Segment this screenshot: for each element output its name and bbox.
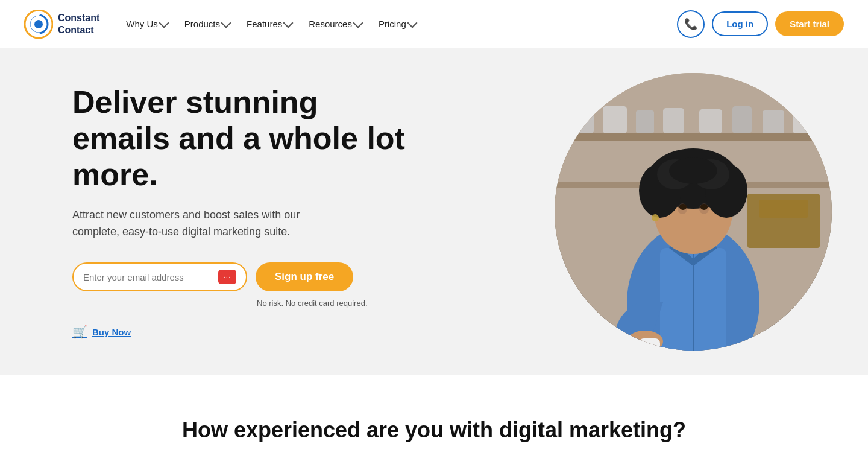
svg-rect-8	[636, 110, 654, 133]
chevron-down-icon	[353, 18, 363, 28]
svg-rect-15	[760, 200, 808, 218]
hero-subtitle: Attract new customers and boost sales wi…	[72, 207, 332, 241]
hero-image	[555, 73, 832, 351]
chevron-down-icon	[221, 18, 231, 28]
svg-rect-12	[763, 110, 784, 133]
email-input[interactable]	[83, 272, 213, 282]
signup-button[interactable]: Sign up free	[256, 262, 353, 291]
logo-icon	[24, 10, 53, 39]
svg-point-26	[669, 157, 717, 184]
hero-person-illustration	[555, 73, 832, 351]
hero-title: Deliver stunning emails and a whole lot …	[72, 84, 422, 192]
logo[interactable]: Constant Contact	[24, 10, 99, 39]
logo-text: Constant Contact	[58, 12, 99, 35]
svg-point-2	[34, 20, 43, 28]
svg-rect-33	[639, 338, 660, 351]
phone-icon: 📞	[684, 17, 697, 31]
navbar-left: Constant Contact Why Us Products Feature…	[24, 10, 423, 39]
svg-point-29	[679, 204, 687, 210]
svg-rect-13	[793, 108, 811, 133]
chevron-down-icon	[159, 18, 169, 28]
hero-form: ··· Sign up free	[72, 262, 422, 291]
hero-content: Deliver stunning emails and a whole lot …	[72, 84, 422, 339]
svg-rect-4	[555, 133, 832, 141]
phone-button[interactable]: 📞	[677, 10, 705, 38]
chevron-down-icon	[283, 18, 294, 28]
nav-item-resources[interactable]: Resources	[301, 14, 369, 34]
svg-point-30	[700, 204, 708, 210]
experience-section: How experienced are you with digital mar…	[0, 375, 868, 476]
nav-item-why-us[interactable]: Why Us	[119, 14, 175, 34]
start-trial-button[interactable]: Start trial	[775, 11, 844, 36]
svg-rect-9	[663, 108, 684, 133]
email-input-wrap: ···	[72, 262, 247, 291]
svg-rect-6	[573, 109, 594, 133]
navbar-right: 📞 Log in Start trial	[677, 10, 844, 38]
no-risk-text: No risk. No credit card required.	[257, 299, 422, 308]
nav-item-pricing[interactable]: Pricing	[371, 14, 423, 34]
nav-item-features[interactable]: Features	[239, 14, 299, 34]
section2-title: How experienced are you with digital mar…	[24, 417, 844, 443]
message-icon: ···	[218, 270, 236, 284]
svg-rect-11	[732, 106, 752, 133]
cart-icon: 🛒	[72, 325, 87, 339]
buy-now-link[interactable]: 🛒 Buy Now	[72, 325, 422, 339]
hero-section: Deliver stunning emails and a whole lot …	[0, 48, 868, 375]
svg-rect-10	[699, 109, 722, 133]
nav-item-products[interactable]: Products	[177, 14, 237, 34]
navbar: Constant Contact Why Us Products Feature…	[0, 0, 868, 48]
svg-rect-7	[603, 106, 627, 133]
svg-point-31	[652, 214, 659, 221]
nav-links: Why Us Products Features Resources Prici…	[119, 14, 423, 34]
login-button[interactable]: Log in	[712, 11, 768, 36]
chevron-down-icon	[407, 18, 417, 28]
